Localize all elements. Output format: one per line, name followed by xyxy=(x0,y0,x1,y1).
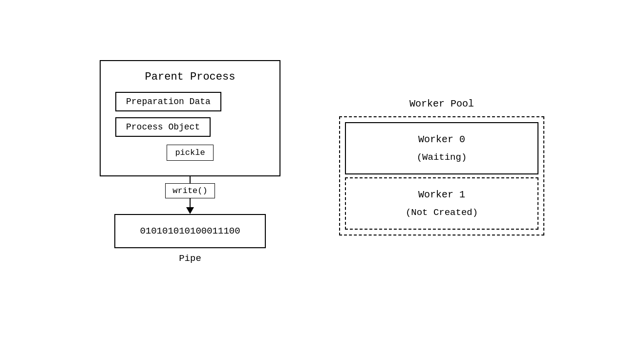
worker-1-box: Worker 1 (Not Created) xyxy=(345,177,538,230)
worker-0-box: Worker 0 (Waiting) xyxy=(345,122,538,174)
parent-process-box: Parent Process Preparation Data Process … xyxy=(100,60,280,176)
pipe-label: Pipe xyxy=(179,253,201,264)
write-connector: write() xyxy=(165,176,215,214)
worker-1-name: Worker 1 xyxy=(356,189,528,200)
worker-0-status: (Waiting) xyxy=(356,152,528,163)
below-parent: write() 010101010100011100 Pipe xyxy=(114,176,266,264)
parent-process-title: Parent Process xyxy=(115,71,265,83)
line-above-write xyxy=(190,176,191,183)
worker-pool-label: Worker Pool xyxy=(409,98,474,109)
line-below-write xyxy=(190,198,191,207)
worker-0-name: Worker 0 xyxy=(356,134,528,145)
write-box: write() xyxy=(165,183,215,198)
left-section: Parent Process Preparation Data Process … xyxy=(100,60,280,264)
worker-1-status: (Not Created) xyxy=(356,207,528,218)
right-section: Worker Pool Worker 0 (Waiting) Worker 1 … xyxy=(339,98,544,236)
inner-boxes-wrapper: Preparation Data Process Object xyxy=(115,92,265,143)
pickle-box: pickle xyxy=(167,145,213,161)
preparation-data-box: Preparation Data xyxy=(115,92,221,111)
worker-pool-box: Worker 0 (Waiting) Worker 1 (Not Created… xyxy=(339,116,544,236)
pipe-box: 010101010100011100 xyxy=(114,214,266,248)
arrow-head xyxy=(186,207,194,214)
diagram-container: Parent Process Preparation Data Process … xyxy=(0,0,644,343)
process-object-box: Process Object xyxy=(115,117,211,137)
pickle-wrapper: pickle xyxy=(115,143,265,161)
